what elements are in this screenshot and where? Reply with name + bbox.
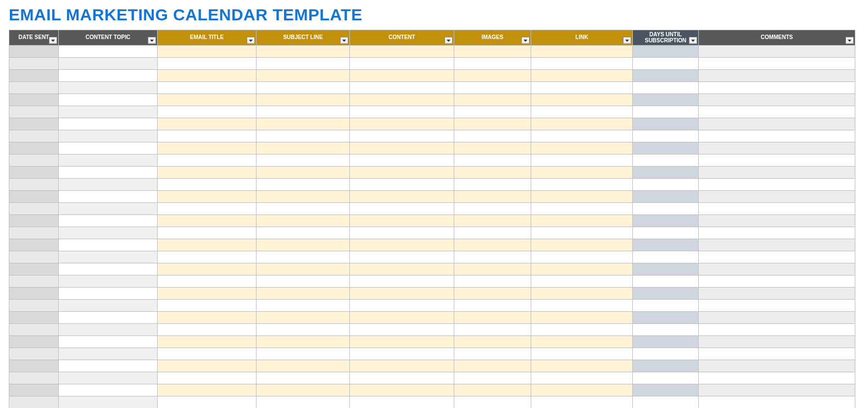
cell-date_sent[interactable]	[9, 288, 59, 300]
cell-subject_line[interactable]	[257, 130, 350, 142]
cell-comments[interactable]	[699, 58, 855, 70]
cell-content[interactable]	[350, 191, 454, 203]
cell-content_topic[interactable]	[59, 82, 158, 94]
cell-link[interactable]	[531, 94, 633, 106]
cell-days_until_subscription[interactable]	[633, 155, 699, 167]
cell-content[interactable]	[350, 336, 454, 348]
cell-images[interactable]	[454, 288, 531, 300]
cell-days_until_subscription[interactable]	[633, 215, 699, 227]
cell-days_until_subscription[interactable]	[633, 312, 699, 324]
cell-subject_line[interactable]	[257, 336, 350, 348]
cell-days_until_subscription[interactable]	[633, 288, 699, 300]
cell-images[interactable]	[454, 167, 531, 179]
cell-date_sent[interactable]	[9, 372, 59, 384]
cell-link[interactable]	[531, 227, 633, 239]
cell-content_topic[interactable]	[59, 263, 158, 275]
cell-email_title[interactable]	[158, 227, 257, 239]
cell-link[interactable]	[531, 251, 633, 263]
cell-email_title[interactable]	[158, 288, 257, 300]
cell-days_until_subscription[interactable]	[633, 142, 699, 155]
cell-images[interactable]	[454, 130, 531, 142]
cell-comments[interactable]	[699, 191, 855, 203]
cell-days_until_subscription[interactable]	[633, 191, 699, 203]
cell-date_sent[interactable]	[9, 396, 59, 409]
cell-subject_line[interactable]	[257, 70, 350, 82]
cell-date_sent[interactable]	[9, 82, 59, 94]
cell-email_title[interactable]	[158, 203, 257, 215]
cell-comments[interactable]	[699, 324, 855, 336]
cell-date_sent[interactable]	[9, 106, 59, 118]
cell-images[interactable]	[454, 155, 531, 167]
cell-content_topic[interactable]	[59, 275, 158, 288]
cell-email_title[interactable]	[158, 118, 257, 130]
cell-images[interactable]	[454, 94, 531, 106]
cell-link[interactable]	[531, 58, 633, 70]
cell-email_title[interactable]	[158, 300, 257, 312]
cell-link[interactable]	[531, 70, 633, 82]
cell-email_title[interactable]	[158, 46, 257, 58]
cell-content_topic[interactable]	[59, 167, 158, 179]
cell-subject_line[interactable]	[257, 324, 350, 336]
cell-content_topic[interactable]	[59, 348, 158, 360]
cell-content[interactable]	[350, 94, 454, 106]
cell-content_topic[interactable]	[59, 300, 158, 312]
cell-comments[interactable]	[699, 82, 855, 94]
cell-subject_line[interactable]	[257, 239, 350, 251]
cell-content[interactable]	[350, 82, 454, 94]
cell-content_topic[interactable]	[59, 312, 158, 324]
cell-content[interactable]	[350, 58, 454, 70]
cell-date_sent[interactable]	[9, 118, 59, 130]
cell-comments[interactable]	[699, 263, 855, 275]
cell-link[interactable]	[531, 118, 633, 130]
cell-comments[interactable]	[699, 227, 855, 239]
cell-images[interactable]	[454, 58, 531, 70]
cell-email_title[interactable]	[158, 275, 257, 288]
cell-link[interactable]	[531, 106, 633, 118]
cell-images[interactable]	[454, 203, 531, 215]
cell-content_topic[interactable]	[59, 288, 158, 300]
cell-email_title[interactable]	[158, 239, 257, 251]
cell-images[interactable]	[454, 191, 531, 203]
cell-link[interactable]	[531, 46, 633, 58]
cell-images[interactable]	[454, 239, 531, 251]
cell-link[interactable]	[531, 82, 633, 94]
cell-images[interactable]	[454, 263, 531, 275]
cell-link[interactable]	[531, 336, 633, 348]
cell-subject_line[interactable]	[257, 106, 350, 118]
cell-date_sent[interactable]	[9, 348, 59, 360]
cell-days_until_subscription[interactable]	[633, 46, 699, 58]
cell-content_topic[interactable]	[59, 396, 158, 409]
cell-date_sent[interactable]	[9, 324, 59, 336]
cell-content[interactable]	[350, 239, 454, 251]
cell-content[interactable]	[350, 46, 454, 58]
cell-subject_line[interactable]	[257, 191, 350, 203]
cell-content_topic[interactable]	[59, 142, 158, 155]
cell-email_title[interactable]	[158, 215, 257, 227]
cell-content[interactable]	[350, 300, 454, 312]
cell-days_until_subscription[interactable]	[633, 300, 699, 312]
cell-date_sent[interactable]	[9, 203, 59, 215]
cell-subject_line[interactable]	[257, 179, 350, 191]
cell-images[interactable]	[454, 312, 531, 324]
cell-comments[interactable]	[699, 203, 855, 215]
cell-date_sent[interactable]	[9, 360, 59, 372]
cell-days_until_subscription[interactable]	[633, 179, 699, 191]
cell-comments[interactable]	[699, 118, 855, 130]
cell-comments[interactable]	[699, 46, 855, 58]
cell-date_sent[interactable]	[9, 46, 59, 58]
cell-subject_line[interactable]	[257, 348, 350, 360]
filter-dropdown-icon[interactable]	[49, 37, 57, 44]
cell-days_until_subscription[interactable]	[633, 360, 699, 372]
cell-email_title[interactable]	[158, 360, 257, 372]
cell-comments[interactable]	[699, 94, 855, 106]
cell-days_until_subscription[interactable]	[633, 82, 699, 94]
cell-subject_line[interactable]	[257, 300, 350, 312]
cell-comments[interactable]	[699, 396, 855, 409]
cell-date_sent[interactable]	[9, 215, 59, 227]
cell-images[interactable]	[454, 82, 531, 94]
cell-days_until_subscription[interactable]	[633, 130, 699, 142]
cell-email_title[interactable]	[158, 58, 257, 70]
cell-date_sent[interactable]	[9, 142, 59, 155]
cell-days_until_subscription[interactable]	[633, 251, 699, 263]
cell-subject_line[interactable]	[257, 360, 350, 372]
